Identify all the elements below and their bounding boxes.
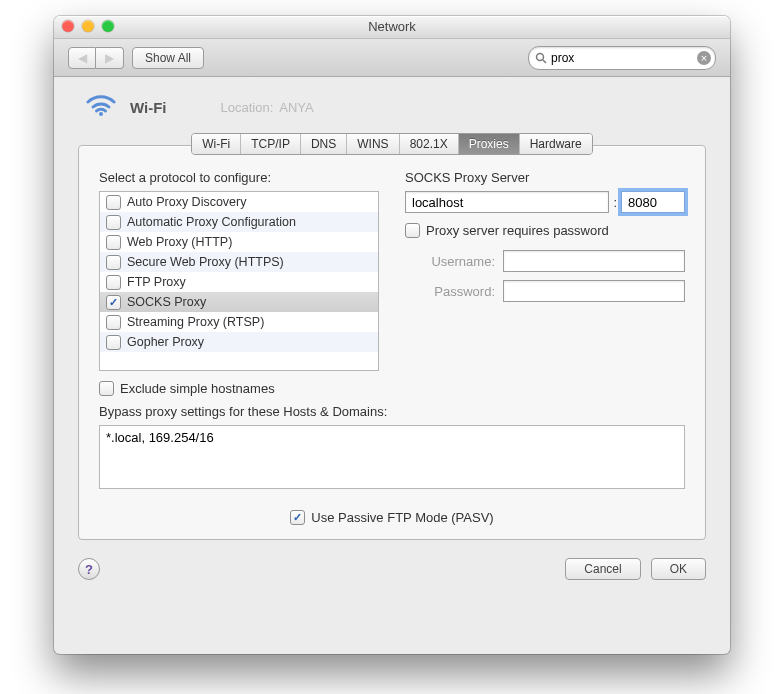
password-label: Password: <box>405 284 495 299</box>
help-icon: ? <box>85 562 93 577</box>
protocol-checkbox[interactable] <box>106 235 121 250</box>
svg-line-1 <box>543 60 546 63</box>
tab-proxies[interactable]: Proxies <box>458 134 519 154</box>
close-icon[interactable] <box>62 20 74 32</box>
clear-search-button[interactable]: × <box>697 51 711 65</box>
protocol-checkbox[interactable] <box>106 195 121 210</box>
proxy-port-input[interactable] <box>621 191 685 213</box>
protocol-label: Gopher Proxy <box>127 335 204 349</box>
protocol-checkbox[interactable] <box>106 255 121 270</box>
exclude-hostnames-label: Exclude simple hostnames <box>120 381 275 396</box>
protocol-label: Automatic Proxy Configuration <box>127 215 296 229</box>
forward-button[interactable]: ▶ <box>96 47 124 69</box>
protocol-list[interactable]: Auto Proxy DiscoveryAutomatic Proxy Conf… <box>99 191 379 371</box>
protocol-label: Streaming Proxy (RTSP) <box>127 315 264 329</box>
protocol-checkbox[interactable] <box>106 275 121 290</box>
titlebar[interactable]: Network <box>54 16 730 39</box>
requires-password-label: Proxy server requires password <box>426 223 609 238</box>
tab-8021x[interactable]: 802.1X <box>399 134 458 154</box>
pane-header: Wi-Fi Location: ANYA <box>78 95 706 119</box>
tab-wins[interactable]: WINS <box>346 134 398 154</box>
bypass-label: Bypass proxy settings for these Hosts & … <box>99 404 685 419</box>
protocol-row[interactable]: SOCKS Proxy <box>100 292 378 312</box>
chevron-right-icon: ▶ <box>105 51 114 65</box>
toolbar: ◀ ▶ Show All × <box>54 39 730 77</box>
help-button[interactable]: ? <box>78 558 100 580</box>
show-all-button[interactable]: Show All <box>132 47 204 69</box>
exclude-hostnames-checkbox[interactable] <box>99 381 114 396</box>
passive-ftp-label: Use Passive FTP Mode (PASV) <box>311 510 493 525</box>
protocol-label: SOCKS Proxy <box>127 295 206 309</box>
protocol-row[interactable]: Gopher Proxy <box>100 332 378 352</box>
protocol-label: Auto Proxy Discovery <box>127 195 246 209</box>
back-button[interactable]: ◀ <box>68 47 96 69</box>
search-input[interactable] <box>547 51 697 65</box>
protocol-row[interactable]: Secure Web Proxy (HTTPS) <box>100 252 378 272</box>
search-field[interactable]: × <box>528 46 716 70</box>
chevron-left-icon: ◀ <box>78 51 87 65</box>
cancel-button[interactable]: Cancel <box>565 558 640 580</box>
tab-wifi[interactable]: Wi-Fi <box>192 134 240 154</box>
tab-hardware[interactable]: Hardware <box>519 134 592 154</box>
protocol-row[interactable]: Automatic Proxy Configuration <box>100 212 378 232</box>
nav-segment: ◀ ▶ <box>68 47 124 69</box>
minimize-icon[interactable] <box>82 20 94 32</box>
protocol-select-label: Select a protocol to configure: <box>99 170 379 185</box>
protocol-label: Web Proxy (HTTP) <box>127 235 232 249</box>
protocol-row[interactable]: Web Proxy (HTTP) <box>100 232 378 252</box>
protocol-checkbox[interactable] <box>106 315 121 330</box>
window-title: Network <box>368 19 416 34</box>
passive-ftp-checkbox[interactable] <box>290 510 305 525</box>
proxy-server-title: SOCKS Proxy Server <box>405 170 685 185</box>
protocol-checkbox[interactable] <box>106 295 121 310</box>
protocol-row[interactable]: Streaming Proxy (RTSP) <box>100 312 378 332</box>
protocol-label: Secure Web Proxy (HTTPS) <box>127 255 284 269</box>
username-label: Username: <box>405 254 495 269</box>
ok-button[interactable]: OK <box>651 558 706 580</box>
wifi-icon <box>86 95 116 119</box>
tab-tcpip[interactable]: TCP/IP <box>240 134 300 154</box>
username-input <box>503 250 685 272</box>
search-icon <box>535 52 547 64</box>
tab-bar: Wi-FiTCP/IPDNSWINS802.1XProxiesHardware <box>78 133 706 155</box>
zoom-icon[interactable] <box>102 20 114 32</box>
requires-password-checkbox[interactable] <box>405 223 420 238</box>
protocol-row[interactable]: Auto Proxy Discovery <box>100 192 378 212</box>
protocol-label: FTP Proxy <box>127 275 186 289</box>
host-port-separator: : <box>613 195 617 210</box>
location-value: ANYA <box>279 100 313 115</box>
footer: ? Cancel OK <box>78 558 706 580</box>
protocol-checkbox[interactable] <box>106 215 121 230</box>
proxies-sheet: Select a protocol to configure: Auto Pro… <box>78 145 706 540</box>
password-input <box>503 280 685 302</box>
bypass-hosts-textarea[interactable] <box>99 425 685 489</box>
protocol-row[interactable]: FTP Proxy <box>100 272 378 292</box>
tab-dns[interactable]: DNS <box>300 134 346 154</box>
location-label: Location: <box>221 100 274 115</box>
svg-point-0 <box>537 53 544 60</box>
protocol-checkbox[interactable] <box>106 335 121 350</box>
traffic-lights <box>62 20 114 32</box>
connection-title: Wi-Fi <box>130 99 167 116</box>
preferences-window: Network ◀ ▶ Show All × Wi-Fi Location: A… <box>54 16 730 654</box>
proxy-host-input[interactable] <box>405 191 609 213</box>
